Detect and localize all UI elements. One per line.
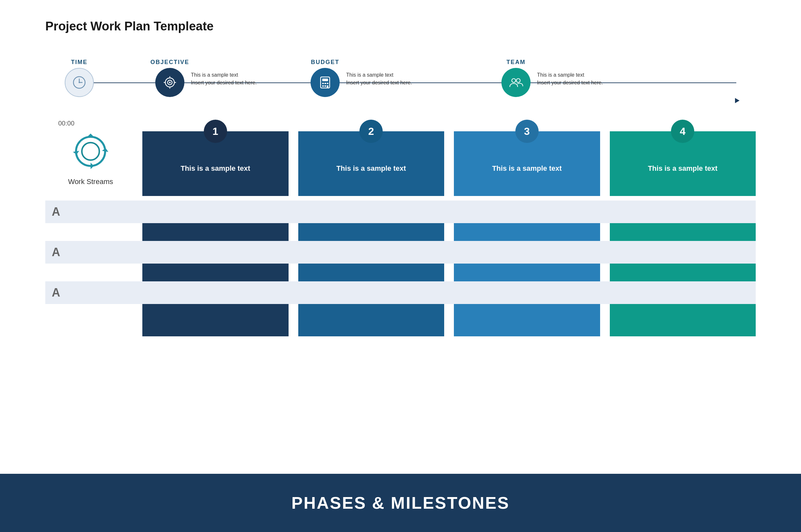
svg-point-3: [79, 82, 80, 83]
time-label: TIME: [71, 59, 88, 65]
card-bubble-2: 2: [359, 120, 383, 143]
row-bar-group-1: [142, 223, 756, 241]
svg-rect-12: [322, 79, 328, 81]
budget-label: BUDGET: [311, 59, 339, 65]
svg-rect-15: [327, 83, 328, 84]
main-section: 00:00 Work Streams 1 This is: [45, 120, 756, 474]
svg-rect-17: [324, 86, 326, 87]
bar-3-1: [142, 304, 288, 336]
phases-title: PHASES & MILESTONES: [292, 493, 509, 513]
bar-2-3: [454, 264, 600, 281]
timeline-arrow: [735, 98, 740, 103]
svg-marker-22: [91, 163, 94, 169]
timeline-line: [91, 82, 736, 83]
svg-marker-24: [87, 134, 94, 137]
bar-1-4: [610, 223, 756, 241]
target-icon: [162, 75, 178, 90]
objective-circle: [155, 68, 184, 97]
clock-icon: [72, 75, 87, 90]
row-bars-1: [142, 223, 756, 241]
svg-point-20: [516, 79, 520, 82]
time-circle: [65, 68, 94, 97]
bar-3-2: [298, 304, 445, 336]
budget-text: This is a sample text Insert your desire…: [346, 71, 412, 87]
svg-rect-13: [322, 83, 324, 84]
svg-point-6: [169, 82, 171, 83]
objective-label: OBJECTIVE: [150, 59, 189, 65]
team-icon: [508, 74, 524, 91]
time-badge: 00:00: [58, 120, 74, 127]
row-bar-group-3: [142, 304, 756, 336]
workstream-label: Work Streams: [68, 177, 113, 186]
bar-3-4: [610, 304, 756, 336]
workstream-area: 00:00 Work Streams: [45, 120, 136, 186]
bar-1-2: [298, 223, 445, 241]
bar-2-4: [610, 264, 756, 281]
row-bars-2: [45, 264, 756, 281]
team-label: TEAM: [507, 59, 526, 65]
card-bubble-3: 3: [515, 120, 539, 143]
svg-rect-18: [327, 86, 328, 88]
timeline-node-budget: BUDGET This is a sample text Insert your…: [311, 68, 340, 97]
objective-text: This is a sample text Insert your desire…: [191, 71, 257, 87]
row-section-3: A: [45, 281, 756, 336]
card-col-3: 3 This is a sample text: [454, 120, 600, 196]
svg-point-19: [512, 79, 516, 82]
bar-1-1: [142, 223, 288, 241]
row-label-2: A: [52, 245, 60, 259]
svg-rect-16: [322, 86, 324, 87]
row-bar-group-2: [142, 264, 756, 281]
bar-2-2: [298, 264, 445, 281]
svg-rect-14: [324, 83, 326, 84]
bar-2-1: [142, 264, 288, 281]
budget-circle: [311, 68, 340, 97]
team-circle: [501, 68, 530, 97]
team-text: This is a sample text Insert your desire…: [537, 71, 603, 87]
row-section-1: A: [45, 201, 756, 241]
row-band-1: A: [45, 201, 756, 223]
timeline-section: TIME OBJECTIVE: [65, 65, 736, 103]
row-band-3: A: [45, 281, 756, 304]
card-col-1: 1 This is a sample text: [142, 120, 288, 196]
row-section-2: A: [45, 241, 756, 281]
row-band-2: A: [45, 241, 756, 264]
card-bubble-1: 1: [204, 120, 227, 143]
timeline-node-objective: OBJECTIVE This is a sample text Insert y…: [155, 68, 184, 97]
card-col-2: 2 This is a sample text: [298, 120, 445, 196]
bar-1-3: [454, 223, 600, 241]
cycle-icon: [70, 130, 112, 172]
cards-row: 1 This is a sample text 2 This is a samp…: [142, 120, 756, 196]
card-bubble-4: 4: [671, 120, 694, 143]
row-label-3: A: [52, 286, 60, 300]
row-label-1: A: [52, 205, 60, 218]
card-col-4: 4 This is a sample text: [610, 120, 756, 196]
timeline-node-team: TEAM This is a sample text Insert your d…: [501, 68, 530, 97]
page-title: Project Work Plan Templeate: [45, 19, 213, 33]
calculator-icon: [318, 75, 332, 90]
bar-3-3: [454, 304, 600, 336]
timeline-node-time: TIME: [65, 68, 94, 97]
phases-footer: PHASES & MILESTONES: [0, 474, 801, 532]
row-bars-3: [45, 304, 756, 336]
